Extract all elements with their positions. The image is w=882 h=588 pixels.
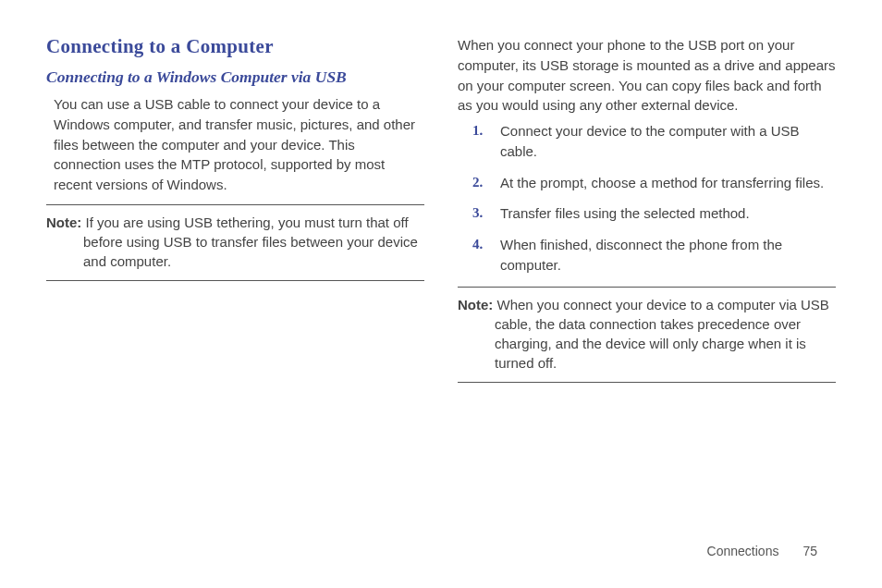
note-text: If you are using USB tethering, you must… bbox=[81, 214, 418, 269]
step-number: 3. bbox=[472, 203, 483, 224]
note-block-left: Note: If you are using USB tethering, yo… bbox=[46, 213, 424, 271]
right-column: When you connect your phone to the USB p… bbox=[458, 35, 836, 390]
footer-page-number: 75 bbox=[802, 544, 817, 558]
list-item: 2.At the prompt, choose a method for tra… bbox=[484, 173, 836, 193]
step-number: 1. bbox=[472, 121, 483, 141]
note-text: When you connect your device to a comput… bbox=[493, 297, 829, 371]
subsection-heading: Connecting to a Windows Computer via USB bbox=[46, 67, 424, 87]
note-block-right: Note: When you connect your device to a … bbox=[458, 295, 836, 373]
step-number: 4. bbox=[472, 235, 483, 255]
list-item: 4.When finished, disconnect the phone fr… bbox=[484, 235, 836, 276]
divider bbox=[458, 287, 836, 288]
note-label: Note: bbox=[46, 214, 81, 230]
left-column: Connecting to a Computer Connecting to a… bbox=[46, 35, 424, 390]
section-heading: Connecting to a Computer bbox=[46, 35, 424, 58]
step-text: At the prompt, choose a method for trans… bbox=[500, 175, 824, 190]
divider bbox=[46, 204, 424, 205]
divider bbox=[46, 280, 424, 281]
steps-list: 1.Connect your device to the computer wi… bbox=[458, 121, 836, 276]
page-footer: Connections75 bbox=[707, 544, 817, 558]
step-text: Transfer files using the selected method… bbox=[500, 205, 750, 221]
step-number: 2. bbox=[472, 173, 483, 193]
list-item: 3.Transfer files using the selected meth… bbox=[484, 203, 836, 224]
note-label: Note: bbox=[458, 297, 493, 312]
step-text: When finished, disconnect the phone from… bbox=[500, 237, 782, 273]
intro-paragraph-right: When you connect your phone to the USB p… bbox=[458, 35, 836, 116]
content-columns: Connecting to a Computer Connecting to a… bbox=[46, 35, 836, 390]
footer-section-name: Connections bbox=[707, 544, 779, 558]
intro-paragraph-left: You can use a USB cable to connect your … bbox=[46, 94, 424, 195]
step-text: Connect your device to the computer with… bbox=[500, 123, 800, 159]
list-item: 1.Connect your device to the computer wi… bbox=[484, 121, 836, 162]
divider bbox=[458, 382, 836, 383]
